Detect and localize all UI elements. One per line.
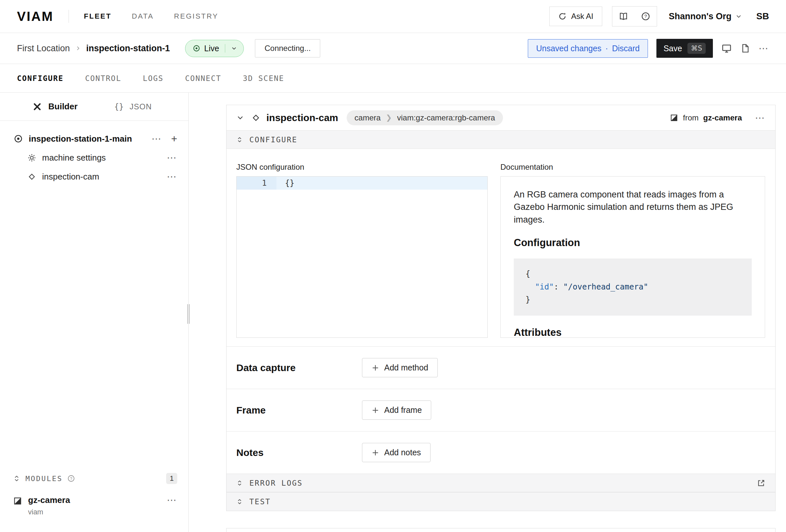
error-logs-section-bar[interactable]: ERROR LOGS [227,473,775,492]
json-toggle[interactable]: {} JSON [114,102,152,111]
app-root: VIAM FLEET DATA REGISTRY Ask AI ? [0,0,786,532]
json-config-column: JSON configuration 1 {} [236,163,488,338]
from-label: from [683,113,698,122]
module-card-header: gz-camera by viam module Registry [227,528,775,532]
component-card-header: inspection-cam camera ❯ viam:gz-camera:r… [227,105,775,130]
collapse-chevron-icon[interactable] [236,114,244,122]
tree-more-icon[interactable]: ⋯ [167,153,177,163]
svg-text:?: ? [644,14,647,19]
configure-section-bar[interactable]: CONFIGURE [227,130,775,149]
tab-configure[interactable]: CONFIGURE [17,74,64,83]
modules-count-badge: 1 [166,473,177,484]
machine-more-icon[interactable]: ⋯ [759,43,769,53]
chevron-down-icon [231,45,237,51]
svg-text:?: ? [70,477,72,481]
module-org: viam [28,508,70,516]
add-method-button[interactable]: Add method [362,358,438,377]
builder-toggle-label[interactable]: Builder [48,101,78,112]
attributes-heading: Attributes [514,327,752,338]
tree-item-machine-main[interactable]: inspection-station-1-main ⋯ + [0,129,188,148]
module-card-gz-camera: gz-camera by viam module Registry [226,528,776,532]
open-logs-external-icon[interactable] [757,479,765,487]
live-divider [225,44,225,52]
add-notes-label: Add notes [384,448,421,457]
chevron-down-icon [735,13,742,20]
unsaved-changes-banner: Unsaved changes · Discard [528,39,648,58]
tree-item-machine-settings[interactable]: machine settings ⋯ [0,148,188,167]
test-label: TEST [249,498,271,506]
configure-section-label: CONFIGURE [249,135,297,144]
module-icon [13,496,22,506]
editor-line: 1 {} [237,177,487,190]
ask-ai-label: Ask AI [571,12,594,21]
live-status-dropdown[interactable]: Live [185,40,244,57]
data-capture-row: Data capture Add method [227,346,775,389]
data-capture-label: Data capture [236,362,362,373]
documentation-code-block: { "id": "/overhead_camera" } [514,258,752,316]
code-key: "id" [526,282,554,292]
tree-item-actions: ⋯ [167,153,177,163]
add-component-icon[interactable]: + [171,134,177,144]
collapse-icon [236,499,243,505]
config-sidebar: Builder {} JSON inspection-station-1-mai… [0,93,189,532]
modules-section-header[interactable]: MODULES ? 1 [0,469,188,488]
tree-item-actions: ⋯ [167,172,177,182]
modules-header-label: MODULES [25,475,63,483]
add-frame-label: Add frame [384,406,422,415]
nav-item-registry[interactable]: REGISTRY [174,12,218,21]
tree-item-label: machine settings [42,153,106,163]
tree-more-icon[interactable]: ⋯ [152,134,162,144]
documentation-label: Documentation [501,163,765,172]
module-item-text: gz-camera viam [28,495,70,516]
nav-divider [69,10,69,23]
tree-more-icon[interactable]: ⋯ [167,172,177,182]
ask-ai-button[interactable]: Ask AI [549,6,602,26]
builder-tools-icon [33,102,42,111]
breadcrumb-location[interactable]: First Location [17,43,70,53]
machine-config-file-icon[interactable] [740,43,750,53]
ask-ai-icon [558,12,567,21]
help-question-icon[interactable]: ? [634,6,657,26]
add-frame-button[interactable]: Add frame [362,400,431,420]
discard-button[interactable]: Discard [612,44,640,53]
notes-row: Notes Add notes [227,431,775,473]
tree-item-inspection-cam[interactable]: inspection-cam ⋯ [0,167,188,186]
org-name: Shannon's Org [669,11,732,22]
nav-item-data[interactable]: DATA [132,12,154,21]
builder-json-toggle-row: Builder {} JSON [0,93,188,121]
from-module-name[interactable]: gz-camera [703,113,742,122]
documentation-description: An RGB camera component that reads image… [514,188,752,226]
component-more-icon[interactable]: ⋯ [755,113,765,123]
sidebar-spacer [0,186,188,469]
gear-icon [27,154,36,162]
test-section-bar[interactable]: TEST [227,492,775,511]
plus-icon [371,364,379,372]
viam-logo[interactable]: VIAM [17,9,53,24]
machine-part-icon [14,134,23,143]
nav-item-fleet[interactable]: FLEET [84,12,112,21]
component-diamond-icon [251,113,260,122]
collapse-icon [236,136,243,143]
component-tree: inspection-station-1-main ⋯ + machine se… [0,121,188,186]
monitor-icon[interactable] [721,43,732,53]
module-more-icon[interactable]: ⋯ [167,495,177,505]
tab-logs[interactable]: LOGS [143,74,164,83]
sidebar-resize-handle[interactable] [187,304,190,324]
tab-connect[interactable]: CONNECT [185,74,221,83]
tab-control[interactable]: CONTROL [85,74,121,83]
json-config-editor[interactable]: 1 {} [236,176,488,338]
topnav-right: Ask AI ? Shannon's Org SB [549,6,769,26]
unsaved-separator: · [605,44,608,53]
documentation-panel[interactable]: An RGB camera component that reads image… [501,176,765,338]
editor-line-number: 1 [237,177,276,190]
org-switcher[interactable]: Shannon's Org [669,11,742,22]
save-shortcut-badge: ⌘S [688,43,706,54]
module-list-item[interactable]: gz-camera viam ⋯ [0,488,188,516]
modules-help-icon[interactable]: ? [67,475,75,482]
add-notes-button[interactable]: Add notes [362,443,431,462]
connecting-button[interactable]: Connecting... [255,39,320,57]
tab-3d-scene[interactable]: 3D SCENE [243,74,284,83]
save-button[interactable]: Save ⌘S [656,39,713,58]
docs-book-icon[interactable] [612,6,634,26]
avatar[interactable]: SB [756,11,769,22]
